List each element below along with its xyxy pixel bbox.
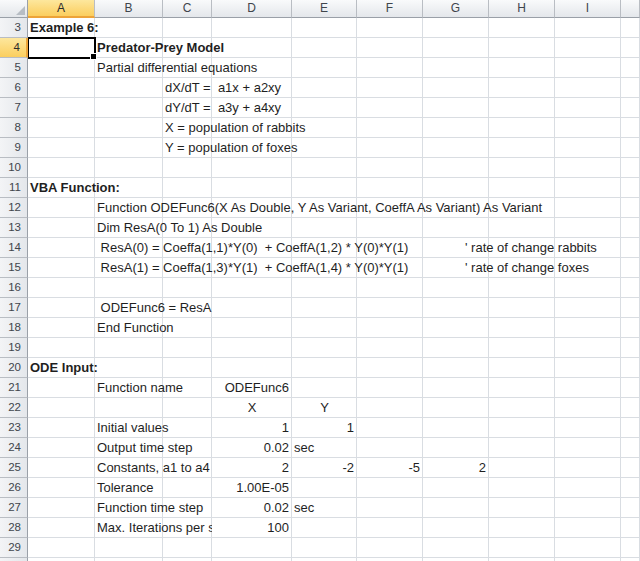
cell-D26[interactable]: 1.00E-05	[212, 478, 292, 498]
cell-B5[interactable]: Partial differential equations	[95, 58, 257, 78]
row-header-8[interactable]: 8	[0, 118, 28, 138]
cell-E25[interactable]: -2	[292, 458, 357, 478]
gridline-vertical	[488, 18, 489, 561]
column-header-E[interactable]: E	[292, 0, 357, 18]
row-header-26[interactable]: 26	[0, 478, 28, 498]
cell-C7[interactable]: dY/dT = a3y + a4xy	[163, 98, 281, 118]
gridline-horizontal	[28, 117, 640, 118]
row-header-16[interactable]: 16	[0, 278, 28, 298]
fill-handle[interactable]	[90, 53, 97, 60]
cell-D28[interactable]: 100	[212, 518, 292, 538]
column-header-F[interactable]: F	[357, 0, 423, 18]
cell-overflow15[interactable]: ' rate of change foxes	[463, 258, 589, 278]
cell-B27[interactable]: Function time step	[95, 498, 203, 518]
cell-B23[interactable]: Initial values	[95, 418, 169, 438]
cell-D23[interactable]: 1	[212, 418, 292, 438]
gridline-vertical	[422, 18, 423, 561]
row-header-21[interactable]: 21	[0, 378, 28, 398]
cell-E23[interactable]: 1	[292, 418, 357, 438]
gridline-horizontal	[28, 97, 640, 98]
selected-cell-A4	[28, 37, 96, 59]
column-headers: ABCDEFGHI	[28, 0, 640, 18]
cell-G25[interactable]: 2	[423, 458, 489, 478]
row-headers: 3456789101112131415161718192021222324252…	[0, 18, 28, 561]
gridline-horizontal	[28, 357, 640, 358]
cell-D27[interactable]: 0.02	[212, 498, 292, 518]
cell-B14[interactable]: ResA(0) = Coeffa(1,1)*Y(0) + CoeffA(1,2)…	[95, 238, 408, 258]
cell-B13[interactable]: Dim ResA(0 To 1) As Double	[95, 218, 262, 238]
gridline-vertical	[620, 18, 621, 561]
row-header-25[interactable]: 25	[0, 458, 28, 478]
row-header-28[interactable]: 28	[0, 518, 28, 538]
cell-B25[interactable]: Constants, a1 to a4	[95, 458, 210, 478]
cell-D22[interactable]: X	[212, 398, 292, 418]
cell-A3[interactable]: Example 6:	[28, 18, 99, 38]
column-header-partial[interactable]	[621, 0, 640, 18]
gridline-horizontal	[28, 557, 640, 558]
cell-B26[interactable]: Tolerance	[95, 478, 153, 498]
row-header-22[interactable]: 22	[0, 398, 28, 418]
cell-B18[interactable]: End Function	[95, 318, 174, 338]
cell-D25[interactable]: 2	[212, 458, 292, 478]
column-header-H[interactable]: H	[489, 0, 555, 18]
cell-C8[interactable]: X = population of rabbits	[163, 118, 306, 138]
row-header-10[interactable]: 10	[0, 158, 28, 178]
gridline-vertical	[554, 18, 555, 561]
cell-B12[interactable]: Function ODEFunc6(X As Double, Y As Vari…	[95, 198, 542, 218]
row-header-12[interactable]: 12	[0, 198, 28, 218]
row-header-3[interactable]: 3	[0, 18, 28, 38]
column-header-C[interactable]: C	[163, 0, 212, 18]
select-all-corner[interactable]	[0, 0, 28, 18]
cell-grid[interactable]: Example 6:Predator-Prey ModelPartial dif…	[28, 18, 640, 561]
row-header-6[interactable]: 6	[0, 78, 28, 98]
row-header-5[interactable]: 5	[0, 58, 28, 78]
row-header-14[interactable]: 14	[0, 238, 28, 258]
gridline-horizontal	[28, 137, 640, 138]
row-header-9[interactable]: 9	[0, 138, 28, 158]
gridline-vertical	[356, 18, 357, 561]
column-header-B[interactable]: B	[95, 0, 163, 18]
cell-B21[interactable]: Function name	[95, 378, 183, 398]
cell-C9[interactable]: Y = population of foxes	[163, 138, 297, 158]
cell-B28[interactable]: Max. Iterations per st	[95, 518, 212, 538]
row-header-4[interactable]: 4	[0, 38, 28, 58]
cell-A20[interactable]: ODE Input:	[28, 358, 98, 378]
cell-B15[interactable]: ResA(1) = Coeffa(1,3)*Y(1) + CoeffA(1,4)…	[95, 258, 408, 278]
cell-B17[interactable]: ODEFunc6 = ResA	[95, 298, 212, 318]
spreadsheet: ABCDEFGHI 345678910111213141516171819202…	[0, 0, 640, 561]
select-all-triangle-icon	[16, 6, 25, 15]
row-header-19[interactable]: 19	[0, 338, 28, 358]
cell-E27[interactable]: sec	[292, 498, 314, 518]
cell-D21[interactable]: ODEFunc6	[212, 378, 292, 398]
row-header-7[interactable]: 7	[0, 98, 28, 118]
row-header-17[interactable]: 17	[0, 298, 28, 318]
column-header-I[interactable]: I	[555, 0, 621, 18]
gridline-horizontal	[28, 157, 640, 158]
row-header-20[interactable]: 20	[0, 358, 28, 378]
row-header-29[interactable]: 29	[0, 538, 28, 558]
column-header-A[interactable]: A	[28, 0, 95, 18]
cell-C6[interactable]: dX/dT = a1x + a2xy	[163, 78, 281, 98]
column-header-G[interactable]: G	[423, 0, 489, 18]
cell-E22[interactable]: Y	[292, 398, 357, 418]
row-header-15[interactable]: 15	[0, 258, 28, 278]
row-header-23[interactable]: 23	[0, 418, 28, 438]
row-header-24[interactable]: 24	[0, 438, 28, 458]
cell-B24[interactable]: Output time step	[95, 438, 192, 458]
cell-overflow14[interactable]: ' rate of change rabbits	[463, 238, 597, 258]
gridline-horizontal	[28, 177, 640, 178]
row-header-27[interactable]: 27	[0, 498, 28, 518]
cell-D24[interactable]: 0.02	[212, 438, 292, 458]
cell-A11[interactable]: VBA Function:	[28, 178, 120, 198]
row-header-18[interactable]: 18	[0, 318, 28, 338]
cell-E24[interactable]: sec	[292, 438, 314, 458]
column-header-D[interactable]: D	[212, 0, 292, 18]
row-header-13[interactable]: 13	[0, 218, 28, 238]
row-header-11[interactable]: 11	[0, 178, 28, 198]
cell-F25[interactable]: -5	[357, 458, 423, 478]
cell-B4[interactable]: Predator-Prey Model	[95, 38, 224, 58]
